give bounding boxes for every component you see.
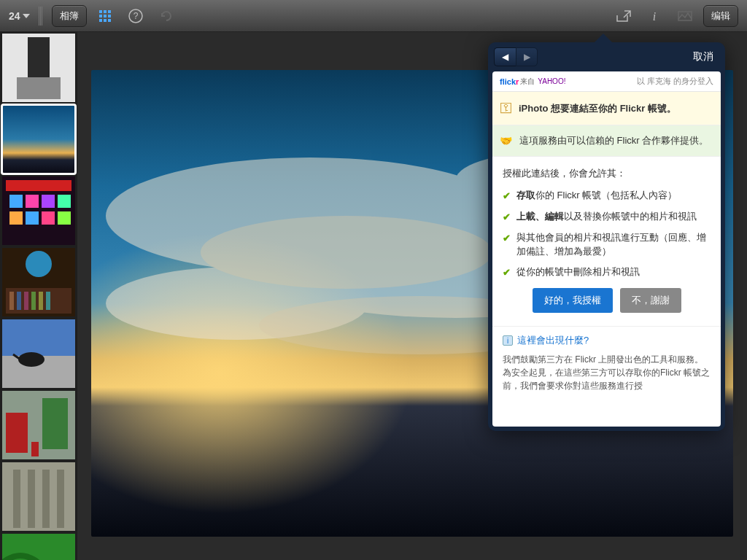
svg-rect-20: [26, 195, 39, 208]
nav-forward-button[interactable]: ▶: [516, 47, 538, 66]
svg-rect-16: [2, 105, 75, 174]
svg-rect-8: [108, 19, 111, 22]
svg-rect-36: [2, 319, 75, 356]
perm-text: 以及替換你帳號中的相片和視訊: [564, 211, 697, 222]
flickr-auth-popover: ◀ ▶ 取消 flickr 来自 YAHOO! 以 库克海 的身分登入 ⚿ iP…: [488, 42, 725, 431]
svg-rect-34: [39, 292, 43, 310]
nav-back-button[interactable]: ◀: [494, 47, 516, 66]
thumbnail-street[interactable]: [2, 391, 75, 459]
effects-icon[interactable]: [673, 5, 697, 27]
cancel-button[interactable]: 取消: [687, 47, 719, 66]
from-label: 来自: [520, 77, 535, 87]
albums-label: 相簿: [60, 9, 79, 23]
undo-icon: [154, 5, 179, 27]
svg-rect-30: [9, 292, 14, 310]
edit-button[interactable]: 编辑: [703, 5, 738, 27]
thumbnail-bar[interactable]: [2, 248, 75, 316]
perm-text: 從你的帳號中刪除相片和視訊: [516, 266, 640, 277]
svg-rect-6: [99, 19, 102, 22]
thumbnail-skyscraper[interactable]: [2, 34, 75, 102]
svg-rect-5: [108, 15, 111, 18]
authorization-section: 授權此連結後，你會允許其： ✔存取你的 Flickr 帳號（包括私人內容） ✔上…: [492, 157, 721, 327]
svg-rect-1: [104, 10, 107, 13]
info-title: i這裡會出現什麼?: [503, 334, 711, 347]
top-toolbar: 24 相簿 ? i 编辑: [0, 0, 747, 32]
edit-label: 编辑: [711, 9, 730, 23]
svg-rect-41: [6, 413, 28, 453]
thumbnail-columns[interactable]: [2, 462, 75, 531]
svg-rect-40: [42, 398, 68, 449]
svg-point-38: [18, 352, 44, 367]
check-icon: ✔: [503, 266, 511, 279]
svg-rect-47: [57, 470, 64, 528]
signed-in-as: 以 库克海 的身分登入: [637, 76, 713, 87]
yahoo-logo: YAHOO!: [538, 77, 565, 85]
svg-rect-31: [17, 292, 21, 310]
svg-rect-19: [9, 195, 23, 208]
connect-notice-text: iPhoto 想要連結至你的 Flickr 帳號。: [519, 102, 676, 115]
svg-rect-42: [31, 442, 39, 456]
svg-rect-0: [99, 10, 102, 13]
popover-body: flickr 来自 YAHOO! 以 库克海 的身分登入 ⚿ iPhoto 想要…: [492, 71, 721, 427]
perm-text: 與其他會員的相片和視訊進行互動（回應、增加備註、增加為最愛）: [516, 232, 706, 256]
svg-rect-44: [13, 470, 20, 528]
svg-text:i: i: [653, 10, 656, 23]
permissions-list: ✔存取你的 Flickr 帳號（包括私人內容） ✔上載、編輯以及替換你帳號中的相…: [503, 189, 711, 279]
auth-button-row: 好的，我授權 不，謝謝: [503, 288, 711, 313]
photo-count[interactable]: 24: [6, 10, 33, 22]
svg-rect-45: [28, 470, 35, 528]
trusted-notice: 🤝 這項服務由可以信賴的 Flickr 合作夥伴提供。: [492, 125, 721, 157]
svg-text:?: ?: [133, 11, 138, 21]
svg-rect-2: [108, 10, 111, 13]
thumbnail-strip[interactable]: [0, 32, 77, 560]
trusted-notice-text: 這項服務由可以信賴的 Flickr 合作夥伴提供。: [519, 134, 708, 147]
thumbnail-grass[interactable]: [2, 534, 75, 560]
check-icon: ✔: [503, 211, 511, 224]
grid-view-icon[interactable]: [93, 5, 117, 27]
thumbnail-sunset[interactable]: [2, 105, 75, 174]
thumbnail-bird[interactable]: [2, 319, 75, 388]
info-body-text: 我們鼓勵第三方在 Flickr 上開發出色的工具和服務。為安全起見，在這些第三方…: [503, 353, 711, 392]
svg-rect-4: [104, 15, 107, 18]
svg-point-28: [26, 251, 52, 277]
info-title-text: 這裡會出現什麼?: [517, 334, 589, 347]
flickr-header: flickr 来自 YAHOO! 以 库克海 的身分登入: [492, 71, 721, 92]
thumbnail-canon[interactable]: [2, 176, 75, 245]
authorize-button[interactable]: 好的，我授權: [533, 288, 613, 313]
svg-rect-21: [42, 195, 55, 208]
help-icon[interactable]: ?: [123, 5, 148, 27]
toolbar-divider: [39, 7, 43, 26]
permission-item: ✔與其他會員的相片和視訊進行互動（回應、增加備註、增加為最愛）: [503, 231, 711, 257]
info-icon: i: [503, 335, 513, 346]
svg-rect-7: [104, 19, 107, 22]
auth-intro-text: 授權此連結後，你會允許其：: [503, 167, 711, 180]
flickr-logo: flickr: [500, 77, 519, 86]
dropdown-triangle-icon: [23, 14, 30, 18]
svg-point-55: [201, 216, 492, 289]
share-icon[interactable]: [611, 5, 636, 27]
handshake-icon: 🤝: [500, 135, 512, 147]
svg-rect-18: [6, 180, 71, 191]
info-icon[interactable]: i: [642, 5, 667, 27]
count-number: 24: [9, 10, 20, 22]
check-icon: ✔: [503, 190, 511, 203]
svg-rect-32: [24, 292, 28, 310]
key-icon: ⚿: [500, 101, 513, 116]
svg-rect-35: [46, 292, 50, 310]
svg-rect-46: [42, 470, 50, 528]
permission-item: ✔從你的帳號中刪除相片和視訊: [503, 265, 711, 279]
decline-button[interactable]: 不，謝謝: [620, 288, 681, 313]
svg-rect-23: [9, 211, 23, 225]
svg-rect-26: [58, 211, 71, 225]
popover-navbar: ◀ ▶ 取消: [488, 42, 725, 71]
albums-button[interactable]: 相簿: [52, 5, 87, 27]
perm-bold: 存取: [516, 190, 535, 201]
svg-rect-25: [42, 211, 55, 225]
perm-text: 你的 Flickr 帳號（包括私人內容）: [535, 190, 677, 201]
perm-bold: 上載、編輯: [516, 211, 564, 222]
info-section: i這裡會出現什麼? 我們鼓勵第三方在 Flickr 上開發出色的工具和服務。為安…: [492, 327, 721, 400]
check-icon: ✔: [503, 232, 511, 257]
connect-notice: ⚿ iPhoto 想要連結至你的 Flickr 帳號。: [492, 92, 721, 125]
svg-rect-3: [99, 15, 102, 18]
svg-rect-24: [26, 211, 39, 225]
